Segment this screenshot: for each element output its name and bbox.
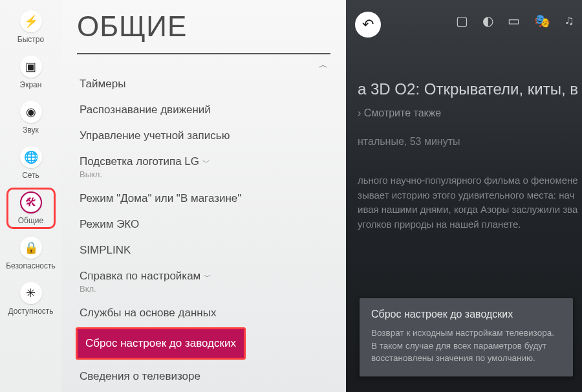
program-description: льного научно-популярного фильма о феном… <box>358 173 578 232</box>
back-arrow-icon: ↶ <box>362 16 374 33</box>
theater-icon[interactable]: 🎭 <box>534 13 550 28</box>
menu-item-label: Справка по настройкам <box>80 270 200 282</box>
menu-item-factory-reset[interactable]: Сброс настроек до заводских <box>76 327 332 360</box>
lock-icon: 🔒 <box>20 237 42 259</box>
menu-item-label: Сброс настроек до заводских <box>76 327 246 360</box>
disc-icon[interactable]: ◐ <box>482 13 493 28</box>
settings-sidebar: ⚡ Быстро ▣ Экран ◉ Звук 🌐 Сеть 🛠 Общие 🔒… <box>0 0 61 392</box>
photo-icon[interactable]: ▢ <box>456 13 468 28</box>
tv-icon[interactable]: ▭ <box>508 13 520 28</box>
menu-item-label: Сведения о телевизоре <box>80 370 200 383</box>
sidebar-item-label: Доступность <box>8 307 53 316</box>
sidebar-item-label: Сеть <box>22 171 39 180</box>
menu-item-label: Режим ЭКО <box>80 218 139 231</box>
help-tooltip-title: Сброс настроек до заводских <box>371 309 561 320</box>
sidebar-item-quick[interactable]: ⚡ Быстро <box>5 5 57 49</box>
sidebar-item-label: Быстро <box>17 35 44 44</box>
menu-item-logo-backlight[interactable]: Подсветка логотипа LG ﹀ Выкл. <box>61 149 346 186</box>
menu-item-data-services[interactable]: Службы на основе данных <box>61 300 346 326</box>
help-tooltip: Сброс настроек до заводских Возврат к ис… <box>360 298 573 376</box>
settings-panel: ОБЩИЕ ︿ Таймеры Распознавание движений У… <box>61 0 346 392</box>
sidebar-item-label: Экран <box>20 80 42 89</box>
scroll-up-chevron[interactable]: ︿ <box>61 58 346 71</box>
globe-icon: 🌐 <box>20 146 42 168</box>
program-title: а 3D O2: Открыватели, киты, вулк <box>358 80 578 98</box>
menu-item-sublabel: Вкл. <box>80 284 328 294</box>
menu-item-simplink[interactable]: SIMPLINK <box>61 237 346 263</box>
menu-item-label: Управление учетной записью <box>80 129 230 142</box>
menu-item-home-store-mode[interactable]: Режим "Дома" или "В магазине" <box>61 186 346 212</box>
menu-item-motion[interactable]: Распознавание движений <box>61 97 346 123</box>
see-also-link[interactable]: Смотрите также <box>358 107 578 119</box>
settings-title: ОБЩИЕ <box>61 6 346 53</box>
menu-item-label: Таймеры <box>80 78 125 91</box>
menu-item-timers[interactable]: Таймеры <box>61 71 346 97</box>
program-meta: нтальные, 53 минуты <box>358 136 578 147</box>
back-button[interactable]: ↶ <box>355 12 381 38</box>
accessibility-icon: ✳ <box>20 282 42 304</box>
background-content: ↶ ▢ ◐ ▭ 🎭 ♫ а 3D O2: Открыватели, киты, … <box>346 0 582 392</box>
help-tooltip-body: Возврат к исходным настройкам телевизора… <box>371 327 561 365</box>
sound-icon: ◉ <box>20 101 42 123</box>
sidebar-item-label: Безопасность <box>6 261 56 270</box>
menu-item-sublabel: Выкл. <box>80 169 328 179</box>
menu-item-account[interactable]: Управление учетной записью <box>61 123 346 149</box>
chevron-down-icon: ﹀ <box>204 272 211 281</box>
top-icon-strip: ▢ ◐ ▭ 🎭 ♫ <box>456 13 574 28</box>
sidebar-item-sound[interactable]: ◉ Звук <box>5 96 57 140</box>
sidebar-item-general[interactable]: 🛠 Общие <box>5 186 57 230</box>
sidebar-item-label: Общие <box>18 216 43 225</box>
menu-item-label: Подсветка логотипа LG <box>80 155 199 168</box>
menu-item-settings-help[interactable]: Справка по настройкам ﹀ Вкл. <box>61 263 346 300</box>
music-icon[interactable]: ♫ <box>565 13 574 28</box>
sidebar-item-label: Звук <box>23 125 39 135</box>
sidebar-item-security[interactable]: 🔒 Безопасность <box>5 232 57 276</box>
picture-icon: ▣ <box>20 56 42 78</box>
menu-item-label: Службы на основе данных <box>80 307 216 320</box>
divider <box>77 53 330 54</box>
chevron-up-icon: ︿ <box>319 60 328 70</box>
sidebar-item-accessibility[interactable]: ✳ Доступность <box>5 277 57 321</box>
sidebar-item-picture[interactable]: ▣ Экран <box>5 50 57 94</box>
bolt-icon: ⚡ <box>20 10 42 32</box>
gear-icon: 🛠 <box>20 191 42 213</box>
menu-item-about-tv[interactable]: Сведения о телевизоре <box>61 364 346 389</box>
menu-item-label: Распознавание движений <box>80 103 211 116</box>
sidebar-item-network[interactable]: 🌐 Сеть <box>5 141 57 185</box>
menu-item-label: SIMPLINK <box>80 244 131 257</box>
menu-item-eco-mode[interactable]: Режим ЭКО <box>61 212 346 237</box>
chevron-down-icon: ﹀ <box>202 158 210 167</box>
menu-item-label: Режим "Дома" или "В магазине" <box>80 192 241 205</box>
